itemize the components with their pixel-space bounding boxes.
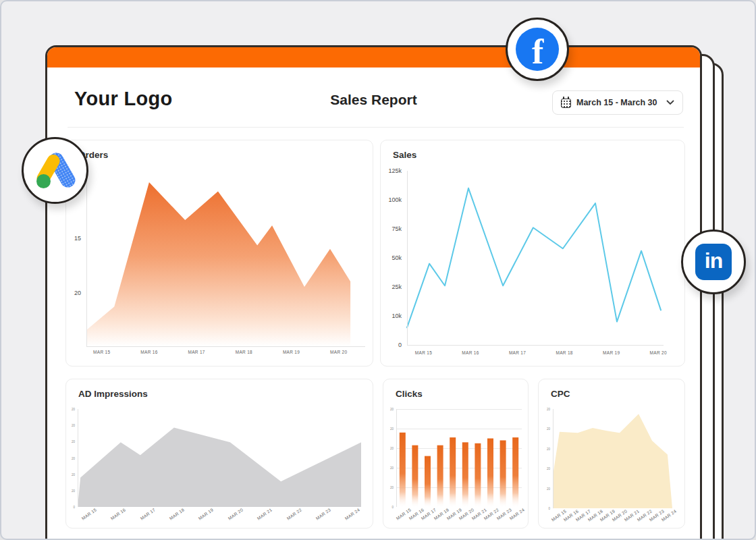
ad-impressions-chart xyxy=(78,409,361,507)
linkedin-icon: in xyxy=(695,244,732,280)
x-tick-label: MAR 17 xyxy=(188,350,205,354)
x-tick-label: MAR 17 xyxy=(509,350,526,355)
top-accent-bar xyxy=(47,47,700,68)
sales-panel: Sales 125k100k75k50k25k10k0 MAR 15MAR 16… xyxy=(380,140,685,367)
x-tick-label: MAR 24 xyxy=(344,507,361,520)
y-tick-label: 20 xyxy=(384,466,394,470)
sales-y-axis xyxy=(407,171,408,345)
orders-panel: Orders 1520 MAR 15MAR 16MAR 17MAR 18MAR … xyxy=(65,140,373,367)
x-tick-label: MAR 15 xyxy=(93,350,110,354)
y-tick-label: 20 xyxy=(541,408,550,411)
clicks-y-axis xyxy=(396,409,397,507)
x-tick-label: MAR 18 xyxy=(236,350,252,354)
y-tick-label: 20 xyxy=(61,290,81,296)
x-tick-label: MAR 18 xyxy=(556,350,572,355)
clicks-chart xyxy=(396,409,522,507)
y-tick-label: 20 xyxy=(65,473,75,477)
y-tick-label: 50k xyxy=(381,254,402,261)
x-tick-label: MAR 20 xyxy=(227,507,244,520)
sales-title: Sales xyxy=(393,150,416,160)
y-tick-label: 20 xyxy=(384,447,394,450)
ad-impressions-y-axis xyxy=(78,409,78,507)
y-tick-label: 20 xyxy=(65,408,75,411)
x-tick-label: MAR 21 xyxy=(256,507,273,520)
header-divider xyxy=(68,127,684,128)
y-tick-label: 0 xyxy=(65,506,75,509)
clicks-panel: Clicks 20202020200 MAR 15MAR 16MAR 17MAR… xyxy=(383,379,529,529)
date-range-picker[interactable]: March 15 - March 30 xyxy=(552,90,683,115)
facebook-badge: f xyxy=(506,18,569,81)
x-tick-label: MAR 20 xyxy=(650,350,667,355)
y-tick-label: 25k xyxy=(381,284,402,290)
date-range-value: March 15 - March 30 xyxy=(576,98,661,107)
dashboard-mockup: Your Logo Sales Report March 15 - March … xyxy=(0,0,756,540)
y-tick-label: 20 xyxy=(65,440,75,443)
x-tick-label: MAR 19 xyxy=(603,350,620,355)
x-tick-label: MAR 16 xyxy=(140,350,157,354)
cpc-y-axis xyxy=(553,409,554,508)
y-tick-label: 0 xyxy=(541,507,550,510)
cpc-title: CPC xyxy=(551,389,570,399)
sales-x-axis xyxy=(407,345,664,346)
ad-impressions-title: AD Impressions xyxy=(78,389,148,399)
y-tick-label: 20 xyxy=(541,467,550,470)
y-tick-label: 0 xyxy=(381,342,402,348)
x-tick-label: MAR 18 xyxy=(169,507,186,520)
y-tick-label: 10k xyxy=(381,313,402,319)
x-tick-label: MAR 16 xyxy=(462,350,479,355)
y-tick-label: 20 xyxy=(384,427,394,431)
y-tick-label: 20 xyxy=(384,408,394,411)
y-tick-label: 15 xyxy=(61,235,81,242)
y-tick-label: 20 xyxy=(65,424,75,427)
x-tick-label: MAR 23 xyxy=(315,507,332,520)
calendar-icon xyxy=(561,99,571,108)
y-tick-label: 75k xyxy=(381,225,402,232)
x-tick-label: MAR 20 xyxy=(330,350,347,354)
sales-chart xyxy=(407,171,661,345)
x-tick-label: MAR 19 xyxy=(283,350,300,354)
google-ads-icon xyxy=(36,153,75,189)
y-tick-label: 20 xyxy=(65,457,75,460)
orders-x-axis xyxy=(86,346,365,347)
y-tick-label: 20 xyxy=(65,489,75,493)
orders-chart xyxy=(86,166,365,346)
x-tick-label: MAR 15 xyxy=(80,507,97,520)
report-card: Your Logo Sales Report March 15 - March … xyxy=(45,45,702,540)
y-tick-label: 20 xyxy=(541,448,550,451)
facebook-icon: f xyxy=(516,28,559,71)
cpc-chart xyxy=(553,409,672,508)
x-tick-label: MAR 22 xyxy=(286,507,302,520)
x-tick-label: MAR 19 xyxy=(198,507,215,520)
x-tick-label: MAR 17 xyxy=(139,507,156,520)
x-tick-label: MAR 15 xyxy=(415,350,432,355)
ad-impressions-panel: AD Impressions 2020202020200 MAR 15MAR 1… xyxy=(65,379,373,529)
y-tick-label: 20 xyxy=(384,486,394,489)
chevron-down-icon xyxy=(666,100,674,105)
y-tick-label: 125k xyxy=(381,167,402,174)
cpc-panel: CPC 20202020200 MAR 15MAR 16MAR 17MAR 18… xyxy=(538,379,685,529)
clicks-title: Clicks xyxy=(396,389,423,399)
google-ads-badge xyxy=(22,137,88,204)
linkedin-badge: in xyxy=(681,230,746,294)
y-tick-label: 0 xyxy=(384,506,394,509)
y-tick-label: 20 xyxy=(541,487,550,491)
x-tick-label: MAR 16 xyxy=(110,507,127,520)
y-tick-label: 100k xyxy=(381,196,402,203)
orders-y-axis xyxy=(86,166,87,346)
y-tick-label: 20 xyxy=(541,427,550,431)
